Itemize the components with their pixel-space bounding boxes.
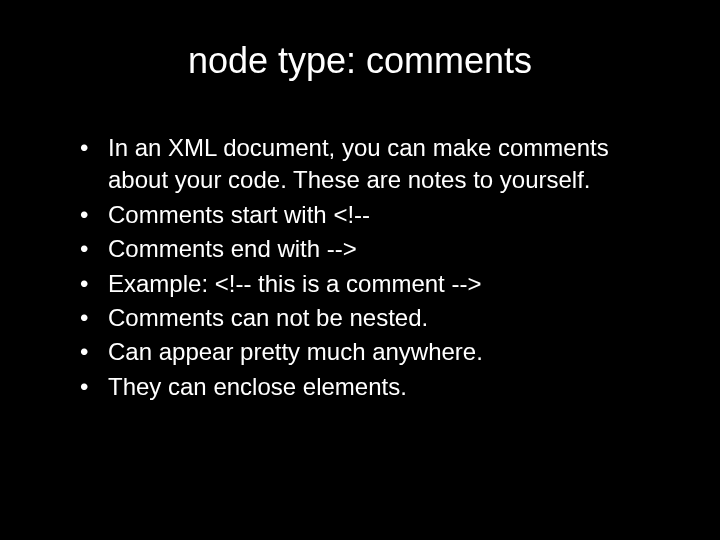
list-item: Example: <!-- this is a comment -->: [80, 268, 660, 300]
slide-title: node type: comments: [60, 40, 660, 82]
list-item: In an XML document, you can make comment…: [80, 132, 660, 197]
list-item: Can appear pretty much anywhere.: [80, 336, 660, 368]
list-item: Comments start with <!--: [80, 199, 660, 231]
slide: node type: comments In an XML document, …: [0, 0, 720, 540]
list-item: Comments end with -->: [80, 233, 660, 265]
bullet-list: In an XML document, you can make comment…: [60, 132, 660, 403]
list-item: They can enclose elements.: [80, 371, 660, 403]
list-item: Comments can not be nested.: [80, 302, 660, 334]
